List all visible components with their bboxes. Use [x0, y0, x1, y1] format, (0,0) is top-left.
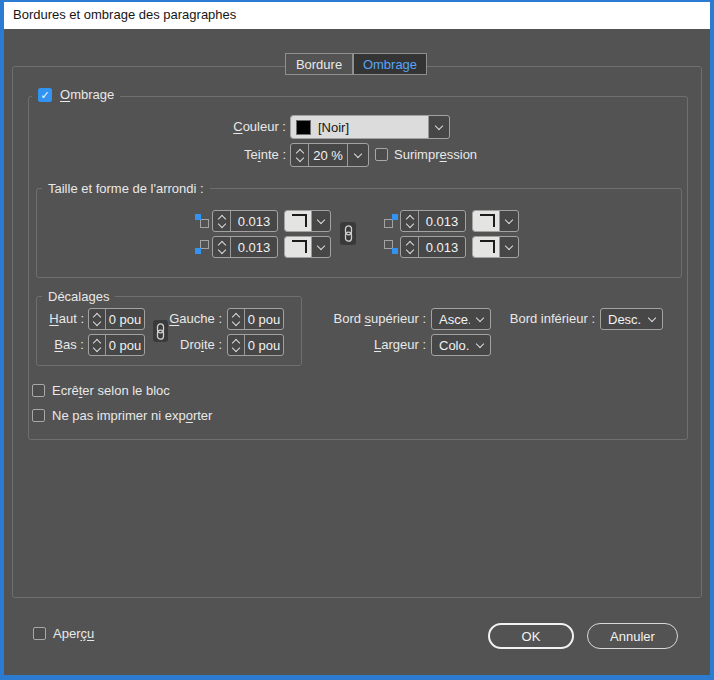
corner-shape-preview-icon — [285, 211, 311, 231]
offset-bottom-label: Bas : — [38, 333, 84, 357]
offset-top-label: Haut : — [38, 307, 84, 331]
tint-value[interactable]: 20 % — [308, 144, 347, 166]
overprint-label: Surimpression — [394, 143, 477, 167]
color-label: Couleur : — [150, 115, 286, 139]
corner-bottom-left-icon — [195, 240, 209, 254]
offset-top-field[interactable]: 0 pou — [88, 308, 145, 330]
chevron-down-icon — [311, 237, 330, 257]
offset-bottom-stepper[interactable] — [89, 335, 105, 355]
tint-stepper[interactable] — [291, 144, 308, 166]
chevron-down-icon — [311, 211, 330, 231]
tint-label: Teinte : — [150, 143, 286, 167]
corner-bottom-left-stepper[interactable] — [213, 237, 230, 257]
top-edge-dropdown[interactable]: Asce... — [431, 308, 491, 330]
top-edge-label: Bord supérieur : — [316, 307, 426, 331]
corner-bottom-right-stepper[interactable] — [401, 237, 418, 257]
corner-top-left-shape-dropdown[interactable] — [284, 210, 331, 232]
corner-top-right-value[interactable]: 0.013 — [418, 211, 465, 231]
shading-enable-label: Ombrage — [60, 87, 114, 103]
tab-bordure[interactable]: Bordure — [285, 53, 353, 75]
color-value: [Noir] — [318, 120, 349, 135]
cancel-button[interactable]: Annuler — [587, 623, 678, 649]
color-swatch-black — [296, 120, 311, 135]
offset-left-label: Gauche : — [150, 307, 222, 331]
chevron-down-icon — [470, 335, 490, 355]
corner-top-left-stepper[interactable] — [213, 211, 230, 231]
offset-left-field[interactable]: 0 pou — [227, 308, 284, 330]
check-icon: ✓ — [40, 90, 49, 101]
corner-bottom-left-shape-dropdown[interactable] — [284, 236, 331, 258]
offset-left-stepper[interactable] — [228, 309, 244, 329]
corner-top-right-stepper[interactable] — [401, 211, 418, 231]
offset-top-value[interactable]: 0 pou — [105, 309, 144, 329]
offset-right-field[interactable]: 0 pou — [227, 334, 284, 356]
offset-top-stepper[interactable] — [89, 309, 105, 329]
width-value: Colo... — [432, 335, 470, 355]
preview-label: Aperçu — [53, 622, 94, 646]
corner-size-group — [36, 188, 682, 278]
top-edge-value: Asce... — [432, 309, 470, 329]
width-dropdown[interactable]: Colo... — [431, 334, 491, 356]
offsets-legend: Décalages — [42, 288, 115, 306]
window-titlebar[interactable]: Bordures et ombrage des paragraphes — [0, 0, 714, 29]
chevron-down-icon — [499, 211, 518, 231]
offset-right-label: Droite : — [150, 333, 222, 357]
corner-bottom-right-shape-dropdown[interactable] — [472, 236, 519, 258]
clip-to-frame-checkbox[interactable] — [32, 384, 45, 397]
chevron-down-icon — [499, 237, 518, 257]
corner-shape-preview-icon — [285, 237, 311, 257]
tint-field[interactable]: 20 % — [290, 143, 369, 167]
ok-button[interactable]: OK — [488, 623, 574, 649]
corner-top-left-field[interactable]: 0.013 — [212, 210, 278, 232]
tab-bordure-label: Bordure — [296, 57, 342, 72]
shading-enable-group: ✓ Ombrage — [32, 87, 120, 103]
corner-top-left-icon — [195, 214, 209, 228]
bottom-edge-value: Desc... — [601, 309, 642, 329]
chevron-down-icon[interactable] — [347, 144, 368, 166]
corner-top-right-icon — [384, 214, 398, 228]
corner-top-right-shape-dropdown[interactable] — [472, 210, 519, 232]
corner-bottom-left-field[interactable]: 0.013 — [212, 236, 278, 258]
bottom-edge-label: Bord inférieur : — [497, 307, 595, 331]
corner-size-legend: Taille et forme de l'arrondi : — [42, 180, 210, 198]
width-label: Largeur : — [316, 333, 426, 357]
window-title: Bordures et ombrage des paragraphes — [13, 7, 236, 22]
chevron-down-icon — [470, 309, 490, 329]
corner-top-left-value[interactable]: 0.013 — [230, 211, 277, 231]
shading-enable-checkbox[interactable]: ✓ — [38, 88, 52, 102]
overprint-checkbox[interactable] — [375, 148, 388, 161]
corner-bottom-left-value[interactable]: 0.013 — [230, 237, 277, 257]
ok-button-label: OK — [522, 629, 541, 644]
color-dropdown[interactable]: [Noir] — [290, 115, 450, 139]
offset-left-value[interactable]: 0 pou — [244, 309, 283, 329]
corner-bottom-right-icon — [384, 240, 398, 254]
clip-to-frame-label: Ecrêter selon le bloc — [52, 379, 170, 403]
tab-ombrage[interactable]: Ombrage — [353, 53, 427, 75]
link-corners-icon[interactable] — [340, 222, 356, 245]
corner-shape-preview-icon — [473, 237, 499, 257]
chevron-down-icon — [642, 309, 662, 329]
bottom-edge-dropdown[interactable]: Desc... — [600, 308, 663, 330]
corner-top-right-field[interactable]: 0.013 — [400, 210, 466, 232]
offset-right-stepper[interactable] — [228, 335, 244, 355]
offset-right-value[interactable]: 0 pou — [244, 335, 283, 355]
do-not-print-label: Ne pas imprimer ni exporter — [52, 404, 212, 428]
paragraph-borders-shading-dialog: Bordures et ombrage des paragraphes Bord… — [0, 0, 714, 680]
corner-shape-preview-icon — [473, 211, 499, 231]
offset-bottom-value[interactable]: 0 pou — [105, 335, 144, 355]
cancel-button-label: Annuler — [610, 629, 655, 644]
tab-ombrage-label: Ombrage — [363, 57, 417, 72]
chevron-down-icon — [428, 116, 449, 138]
corner-bottom-right-field[interactable]: 0.013 — [400, 236, 466, 258]
do-not-print-checkbox[interactable] — [32, 409, 45, 422]
offset-bottom-field[interactable]: 0 pou — [88, 334, 145, 356]
corner-bottom-right-value[interactable]: 0.013 — [418, 237, 465, 257]
preview-checkbox[interactable] — [33, 627, 46, 640]
